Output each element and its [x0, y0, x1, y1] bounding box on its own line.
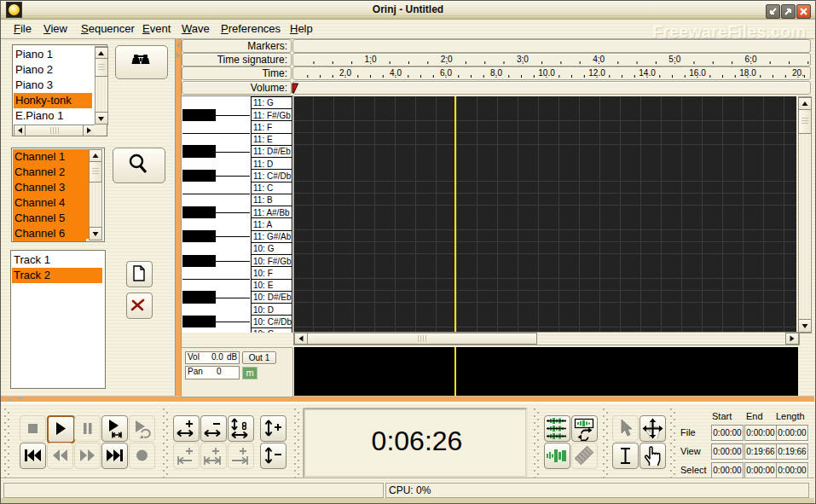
- svg-text:11: C#/Db: 11: C#/Db: [253, 171, 292, 181]
- svg-text:11: E: 11: E: [253, 135, 273, 144]
- svg-text:16.0: 16.0: [689, 68, 706, 78]
- svg-text:10.0: 10.0: [538, 68, 555, 78]
- svg-text:11: F: 11: F: [253, 123, 272, 132]
- svg-text:10: C: 10: C: [253, 329, 274, 333]
- svg-text:11: G#/Ab: 11: G#/Ab: [253, 232, 292, 241]
- svg-text:18.0: 18.0: [739, 68, 756, 78]
- svg-text:11: G: 11: G: [253, 98, 274, 107]
- svg-text:3:0: 3:0: [517, 55, 529, 64]
- svg-text:11: B: 11: B: [253, 195, 273, 205]
- svg-text:4:0: 4:0: [593, 55, 605, 64]
- svg-text:10: E: 10: E: [253, 281, 274, 290]
- svg-text:2.0: 2.0: [339, 68, 351, 78]
- svg-text:11: D#/Eb: 11: D#/Eb: [253, 147, 291, 156]
- svg-text:11: C: 11: C: [253, 183, 273, 193]
- svg-text:14.0: 14.0: [639, 68, 656, 78]
- svg-text:10: D#/Eb: 10: D#/Eb: [253, 293, 292, 302]
- svg-text:5:0: 5:0: [668, 55, 680, 64]
- svg-text:10: D: 10: D: [253, 305, 274, 315]
- svg-text:10: C#/Db: 10: C#/Db: [253, 317, 292, 327]
- svg-text:2:0: 2:0: [441, 55, 453, 64]
- svg-text:6:0: 6:0: [745, 55, 757, 64]
- svg-text:10: F: 10: F: [253, 269, 273, 278]
- svg-text:11: A: 11: A: [253, 220, 272, 229]
- svg-text:11: D: 11: D: [253, 159, 273, 169]
- svg-text:8.0: 8.0: [490, 68, 502, 78]
- svg-text:11: F#/Gb: 11: F#/Gb: [253, 111, 291, 120]
- svg-text:20.: 20.: [792, 68, 804, 78]
- svg-text:4.0: 4.0: [390, 68, 402, 78]
- svg-text:12.0: 12.0: [588, 68, 605, 78]
- svg-text:10: F#/Gb: 10: F#/Gb: [253, 257, 292, 266]
- svg-text:10: G: 10: G: [253, 244, 275, 253]
- svg-text:1:0: 1:0: [365, 55, 377, 64]
- svg-text:11: A#/Bb: 11: A#/Bb: [253, 208, 290, 217]
- svg-text:6.0: 6.0: [440, 68, 452, 78]
